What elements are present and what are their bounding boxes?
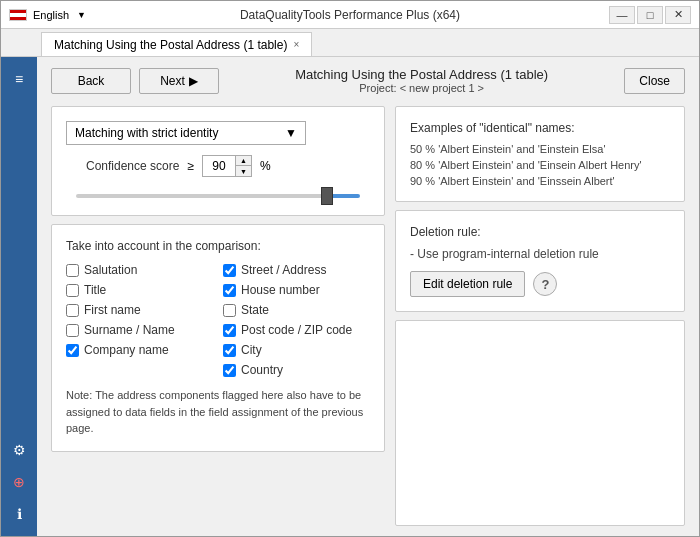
flag-icon	[9, 9, 27, 21]
edit-deletion-button[interactable]: Edit deletion rule	[410, 271, 525, 297]
panel-right: Examples of "identical" names: 50 % 'Alb…	[395, 106, 685, 526]
checkbox-country-input[interactable]	[223, 364, 236, 377]
page-title: Matching Using the Postal Address (1 tab…	[295, 67, 548, 82]
matching-dropdown-arrow: ▼	[285, 126, 297, 140]
matching-card: Matching with strict identity ▼ Confiden…	[51, 106, 385, 216]
deletion-rule-text: - Use program-internal deletion rule	[410, 247, 670, 261]
window-frame: English ▼ DataQualityTools Performance P…	[0, 0, 700, 537]
sidebar-settings-icon[interactable]: ⚙	[5, 436, 33, 464]
confidence-row: Confidence score ≥ 90 ▲ ▼ %	[66, 155, 370, 177]
checkbox-company-label: Company name	[84, 343, 169, 357]
sidebar-info-icon[interactable]: ℹ	[5, 500, 33, 528]
checkbox-country-label: Country	[241, 363, 283, 377]
sidebar-plus-icon[interactable]: ⊕	[5, 468, 33, 496]
tab-matching[interactable]: Matching Using the Postal Address (1 tab…	[41, 32, 312, 56]
checkbox-postcode-input[interactable]	[223, 324, 236, 337]
examples-card: Examples of "identical" names: 50 % 'Alb…	[395, 106, 685, 202]
slider-container	[66, 187, 370, 201]
checkbox-title[interactable]: Title	[66, 283, 213, 297]
sidebar-menu-icon[interactable]: ≡	[5, 65, 33, 93]
confidence-gte: ≥	[187, 159, 194, 173]
checkbox-title-label: Title	[84, 283, 106, 297]
deletion-card: Deletion rule: - Use program-internal de…	[395, 210, 685, 312]
content-area: Back Next ▶ Matching Using the Postal Ad…	[37, 57, 699, 536]
checkbox-house-number[interactable]: House number	[223, 283, 370, 297]
window-controls: — □ ✕	[609, 6, 691, 24]
deletion-title: Deletion rule:	[410, 225, 670, 239]
language-dropdown-icon[interactable]: ▼	[77, 10, 86, 20]
checkbox-street-label: Street / Address	[241, 263, 326, 277]
checkbox-company-input[interactable]	[66, 344, 79, 357]
empty-card-right	[395, 320, 685, 526]
main-content: ≡ ⚙ ⊕ ℹ Back Next ▶ Matching Using the	[1, 57, 699, 536]
checkbox-surname[interactable]: Surname / Name	[66, 323, 213, 337]
comparison-note: Note: The address components flagged her…	[66, 387, 370, 437]
checkbox-salutation-input[interactable]	[66, 264, 79, 277]
close-button[interactable]: Close	[624, 68, 685, 94]
next-label: Next	[160, 74, 185, 88]
sidebar: ≡ ⚙ ⊕ ℹ	[1, 57, 37, 536]
checkbox-company[interactable]: Company name	[66, 343, 213, 357]
checkbox-country[interactable]: Country	[223, 363, 370, 377]
toolbar-row: Back Next ▶ Matching Using the Postal Ad…	[51, 67, 685, 94]
comparison-card: Take into account in the comparison: Sal…	[51, 224, 385, 452]
checkbox-title-input[interactable]	[66, 284, 79, 297]
checkbox-postcode[interactable]: Post code / ZIP code	[223, 323, 370, 337]
language-label: English	[33, 9, 69, 21]
title-bar: English ▼ DataQualityTools Performance P…	[1, 1, 699, 29]
checkbox-city[interactable]: City	[223, 343, 370, 357]
checkbox-salutation[interactable]: Salutation	[66, 263, 213, 277]
confidence-spinner: 90 ▲ ▼	[202, 155, 252, 177]
title-bar-left: English ▼	[9, 9, 86, 21]
checkbox-city-input[interactable]	[223, 344, 236, 357]
confidence-value-input[interactable]: 90	[203, 157, 235, 175]
example-item-1: 50 % 'Albert Einstein' and 'Einstein Els…	[410, 143, 670, 155]
tab-label: Matching Using the Postal Address (1 tab…	[54, 38, 287, 52]
confidence-pct: %	[260, 159, 271, 173]
confidence-slider[interactable]	[76, 194, 360, 198]
matching-select-row: Matching with strict identity ▼	[66, 121, 370, 145]
confidence-label: Confidence score	[86, 159, 179, 173]
checkbox-state[interactable]: State	[223, 303, 370, 317]
tab-bar: Matching Using the Postal Address (1 tab…	[1, 29, 699, 57]
back-button[interactable]: Back	[51, 68, 131, 94]
help-button[interactable]: ?	[533, 272, 557, 296]
panel-left: Matching with strict identity ▼ Confiden…	[51, 106, 385, 526]
spinner-down-button[interactable]: ▼	[235, 166, 251, 176]
example-item-3: 90 % 'Albert Einstein' and 'Einssein Alb…	[410, 175, 670, 187]
window-close-button[interactable]: ✕	[665, 6, 691, 24]
checkbox-salutation-label: Salutation	[84, 263, 137, 277]
checkbox-street[interactable]: Street / Address	[223, 263, 370, 277]
checkbox-postcode-label: Post code / ZIP code	[241, 323, 352, 337]
sidebar-bottom: ⚙ ⊕ ℹ	[5, 436, 33, 536]
checkbox-surname-label: Surname / Name	[84, 323, 175, 337]
deletion-btn-row: Edit deletion rule ?	[410, 271, 670, 297]
checkbox-state-label: State	[241, 303, 269, 317]
project-subtitle: Project: < new project 1 >	[295, 82, 548, 94]
checkbox-city-label: City	[241, 343, 262, 357]
checkbox-state-input[interactable]	[223, 304, 236, 317]
examples-list: 50 % 'Albert Einstein' and 'Einstein Els…	[410, 143, 670, 187]
checkbox-street-input[interactable]	[223, 264, 236, 277]
matching-dropdown-value: Matching with strict identity	[75, 126, 218, 140]
window-title: DataQualityTools Performance Plus (x64)	[240, 8, 460, 22]
maximize-button[interactable]: □	[637, 6, 663, 24]
checkbox-house-number-label: House number	[241, 283, 320, 297]
checkbox-grid: Salutation Street / Address Title	[66, 263, 370, 377]
matching-dropdown[interactable]: Matching with strict identity ▼	[66, 121, 306, 145]
minimize-button[interactable]: —	[609, 6, 635, 24]
toolbar-center: Matching Using the Postal Address (1 tab…	[295, 67, 548, 94]
example-item-2: 80 % 'Albert Einstein' and 'Einsein Albe…	[410, 159, 670, 171]
comparison-title: Take into account in the comparison:	[66, 239, 370, 253]
next-button[interactable]: Next ▶	[139, 68, 219, 94]
checkbox-surname-input[interactable]	[66, 324, 79, 337]
checkbox-house-number-input[interactable]	[223, 284, 236, 297]
tab-close-icon[interactable]: ×	[293, 39, 299, 50]
checkbox-first-name[interactable]: First name	[66, 303, 213, 317]
spinner-up-button[interactable]: ▲	[235, 156, 251, 166]
toolbar-left: Back Next ▶	[51, 68, 219, 94]
checkbox-first-name-input[interactable]	[66, 304, 79, 317]
examples-title: Examples of "identical" names:	[410, 121, 670, 135]
checkbox-empty-placeholder	[66, 363, 213, 377]
checkbox-first-name-label: First name	[84, 303, 141, 317]
